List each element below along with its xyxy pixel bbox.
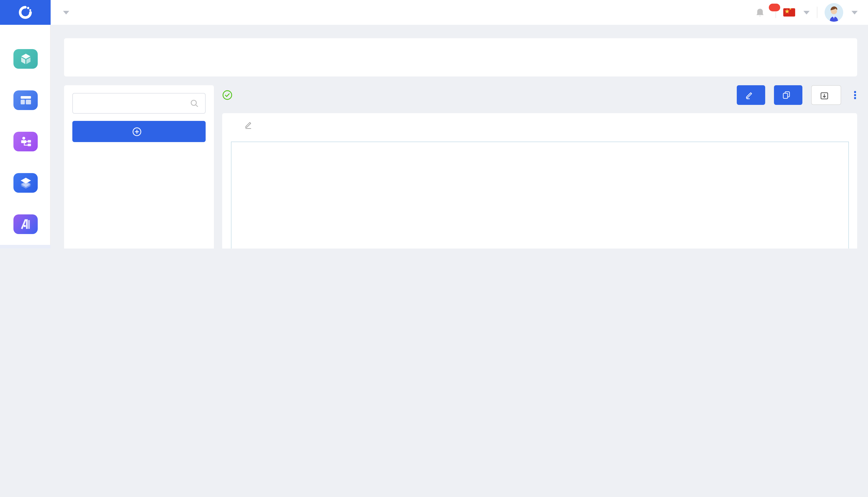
- messages-button[interactable]: [755, 8, 768, 17]
- rail-item-cube[interactable]: [13, 49, 38, 69]
- chart-plot: [231, 142, 849, 248]
- copy-icon: [782, 91, 791, 99]
- chevron-down-icon[interactable]: [63, 11, 69, 14]
- topbar-right: ★★: [755, 0, 858, 25]
- search-input[interactable]: [79, 98, 190, 108]
- page-title: [58, 0, 69, 25]
- rail-item-layers[interactable]: [13, 173, 38, 193]
- app-window: ★★: [0, 0, 868, 248]
- ai-letter-icon: [19, 218, 32, 230]
- rail-item-flow[interactable]: [13, 132, 38, 151]
- tabs-bar: [64, 38, 857, 76]
- layers-icon: [19, 177, 32, 189]
- more-actions-button[interactable]: ⋮: [850, 92, 857, 98]
- rail-item-ai[interactable]: [13, 214, 38, 234]
- divider: [817, 7, 817, 18]
- layout-icon: [19, 95, 32, 105]
- rail-item-dashboard[interactable]: [13, 90, 38, 110]
- chevron-down-icon: [803, 11, 810, 14]
- publish-status: [222, 90, 251, 100]
- bell-icon: [755, 8, 765, 17]
- pencil-icon: [745, 91, 753, 99]
- export-excel-button[interactable]: [811, 85, 841, 105]
- toolbar-buttons: ⋮: [737, 85, 857, 105]
- messages-count-badge: [768, 3, 781, 12]
- user-menu[interactable]: [825, 3, 858, 22]
- copy-button[interactable]: [774, 85, 802, 105]
- check-circle-icon: [222, 90, 232, 100]
- edit-title-icon[interactable]: [244, 120, 253, 129]
- create-group-button[interactable]: [72, 121, 205, 142]
- chevron-down-icon: [852, 11, 858, 14]
- language-selector[interactable]: ★★: [783, 8, 810, 16]
- search-icon[interactable]: [190, 99, 199, 108]
- china-flag-icon: ★★: [783, 8, 795, 16]
- publish-toolbar: ⋮: [222, 85, 857, 105]
- org-flow-icon: [19, 136, 32, 147]
- group-panel: [64, 85, 214, 248]
- plus-circle-icon: [132, 127, 142, 136]
- search-box: [72, 93, 205, 114]
- app-logo[interactable]: [0, 0, 51, 25]
- avatar: [825, 3, 843, 22]
- topbar: ★★: [0, 0, 868, 25]
- export-download-icon: [820, 91, 829, 99]
- chart-card: [222, 113, 857, 248]
- edit-button[interactable]: [737, 85, 765, 105]
- rail-active-highlight: [0, 245, 51, 248]
- app-rail: [0, 25, 51, 248]
- cube-icon: [19, 53, 32, 65]
- gauge-logo-icon: [18, 5, 32, 20]
